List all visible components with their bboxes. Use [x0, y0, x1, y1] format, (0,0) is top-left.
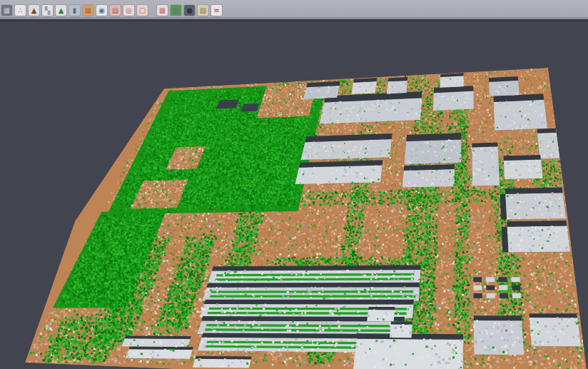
app-window: ▦∴▲▚▲▮■◉▤◎▢▦▨●▧≡: [0, 0, 588, 369]
target-icon[interactable]: ◎: [123, 5, 134, 16]
cross-section-icon[interactable]: ▤: [110, 5, 121, 16]
orbit-icon[interactable]: ●: [184, 5, 195, 16]
points-icon[interactable]: ∴: [15, 5, 26, 16]
measure-icon[interactable]: ▧: [198, 5, 208, 16]
orthophoto-icon[interactable]: ■: [83, 5, 93, 16]
tin-surface-icon[interactable]: ▲: [29, 5, 39, 16]
profile-icon[interactable]: ▮: [69, 5, 80, 16]
classification-icon[interactable]: ▨: [171, 5, 181, 16]
viewport-border: [0, 19, 588, 21]
globe-3d-icon[interactable]: ◉: [96, 5, 107, 16]
flag-icon[interactable]: ≡: [211, 5, 222, 16]
window-chrome: ▦∴▲▚▲▮■◉▤◎▢▦▨●▧≡: [0, 0, 588, 21]
layers-icon[interactable]: ▦: [1, 5, 12, 16]
toolbar-icon-group: ▦∴▲▚▲▮■◉▤◎▢▦▨●▧≡: [1, 2, 225, 16]
main-toolbar: ▦∴▲▚▲▮■◉▤◎▢▦▨●▧≡: [0, 0, 588, 17]
extent-icon[interactable]: ▢: [137, 5, 148, 16]
tiles-icon[interactable]: ▚: [42, 5, 53, 16]
point-cloud-viewport[interactable]: [0, 0, 588, 369]
grid-icon[interactable]: ▦: [157, 5, 168, 16]
terrain-icon[interactable]: ▲: [56, 5, 66, 16]
